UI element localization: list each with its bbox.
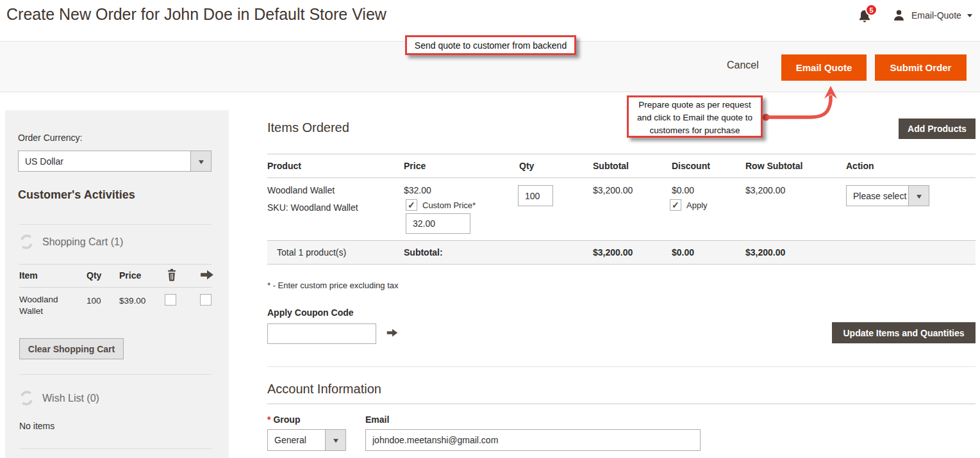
custom-price-footnote: * - Enter custom price excluding tax — [267, 281, 398, 290]
item-row-subtotal: $3,200.00 — [745, 185, 785, 195]
divider — [267, 404, 976, 404]
product-name: Woodland Wallet — [267, 185, 335, 195]
group-label-text: Group — [273, 414, 300, 425]
annotation-backend-note-text: Send quote to customer from backend — [415, 40, 567, 51]
divider — [19, 287, 212, 288]
shopping-cart-section-header[interactable]: Shopping Cart (1) — [18, 233, 123, 250]
cart-move-checkbox[interactable] — [200, 294, 212, 306]
apply-coupon-button[interactable] — [386, 327, 398, 340]
trash-icon — [165, 268, 178, 282]
annotation-quote-line2: and click to Email the quote to — [629, 111, 761, 124]
custom-price-checkbox[interactable] — [406, 199, 417, 211]
divider — [19, 448, 212, 449]
apply-discount-checkbox[interactable] — [670, 199, 681, 211]
custom-price-input[interactable] — [406, 213, 470, 234]
order-currency-label: Order Currency: — [18, 133, 82, 143]
coupon-input[interactable] — [267, 323, 376, 344]
wish-list-section-header[interactable]: Wish List (0) — [18, 389, 99, 407]
cart-item-qty: 100 — [87, 296, 101, 306]
annotation-backend-note: Send quote to customer from backend — [405, 35, 576, 55]
wish-list-title: Wish List (0) — [42, 393, 99, 404]
product-price: $32.00 — [404, 185, 431, 195]
clear-shopping-cart-button[interactable]: Clear Shopping Cart — [19, 338, 124, 359]
notification-count-badge: 5 — [865, 4, 877, 16]
apply-discount-label: Apply — [686, 200, 708, 210]
divider — [267, 366, 976, 367]
totals-subtotal: $3,200.00 — [593, 247, 633, 258]
items-ordered-title: Items Ordered — [267, 120, 349, 135]
chevron-down-icon — [967, 14, 972, 17]
annotation-quote-line1: Prepare quote as per request — [629, 99, 761, 111]
cart-delete-checkbox[interactable] — [165, 294, 176, 306]
submit-order-button[interactable]: Submit Order — [875, 54, 967, 81]
totals-row-subtotal: $3,200.00 — [745, 247, 785, 258]
apply-coupon-arrow-icon — [386, 327, 398, 338]
cart-col-qty: Qty — [87, 270, 101, 281]
group-label: *Group — [267, 414, 300, 425]
group-select[interactable]: General — [267, 429, 346, 451]
cart-item-name-line1: Woodland — [19, 295, 58, 304]
totals-subtotal-label: Subtotal: — [404, 247, 443, 258]
notifications-button[interactable]: 5 — [857, 6, 883, 26]
col-price: Price — [404, 161, 426, 171]
update-items-button[interactable]: Update Items and Quantities — [832, 322, 976, 343]
email-quote-button[interactable]: Email Quote — [781, 54, 867, 81]
divider — [19, 224, 212, 225]
customer-activities-sidebar: Order Currency: US Dollar Customer's Act… — [5, 110, 229, 458]
chevron-down-icon — [325, 430, 345, 450]
annotation-quote-line3: customers for purchase — [629, 124, 761, 137]
order-currency-value: US Dollar — [25, 156, 188, 167]
annotation-arrow — [760, 84, 843, 136]
annotation-quote-note: Prepare quote as per request and click t… — [627, 95, 763, 138]
item-subtotal: $3,200.00 — [593, 185, 633, 195]
divider — [19, 374, 212, 375]
product-sku: SKU: Woodland Wallet — [267, 202, 358, 213]
col-row-subtotal: Row Subtotal — [745, 161, 802, 171]
col-product: Product — [267, 161, 301, 171]
col-discount: Discount — [672, 161, 710, 171]
page-title: Create New Order for John Doe in Default… — [6, 5, 386, 24]
admin-user-menu[interactable]: Email-Quote — [892, 6, 972, 24]
order-currency-select[interactable]: US Dollar — [18, 151, 212, 172]
col-qty: Qty — [519, 161, 534, 171]
cancel-button[interactable]: Cancel — [727, 60, 759, 71]
col-subtotal: Subtotal — [593, 161, 629, 171]
item-discount: $0.00 — [672, 185, 694, 195]
user-name-label: Email-Quote — [911, 10, 961, 20]
chevron-down-icon — [908, 186, 929, 206]
group-select-value: General — [274, 435, 322, 445]
divider — [267, 154, 976, 154]
divider — [267, 177, 976, 178]
custom-price-label: Custom Price* — [422, 200, 476, 210]
cart-item-name-line2: Wallet — [19, 306, 43, 316]
required-asterisk: * — [267, 414, 270, 425]
wish-list-empty-text: No items — [19, 421, 54, 431]
add-products-button[interactable]: Add Products — [899, 119, 976, 139]
totals-label: Total 1 product(s) — [277, 247, 346, 258]
refresh-icon — [18, 233, 35, 250]
create-new-order-page: Create New Order for John Doe in Default… — [0, 0, 980, 458]
col-action: Action — [846, 161, 874, 171]
shopping-cart-title: Shopping Cart (1) — [42, 236, 123, 248]
action-select[interactable]: Please select — [846, 185, 929, 206]
action-select-value: Please select — [853, 191, 908, 201]
divider — [19, 264, 212, 265]
coupon-label: Apply Coupon Code — [267, 307, 354, 318]
chevron-down-icon — [190, 151, 211, 171]
account-information-title: Account Information — [267, 382, 381, 397]
customer-activities-title: Customer's Activities — [18, 188, 135, 202]
totals-discount: $0.00 — [672, 247, 694, 258]
user-icon — [892, 8, 906, 22]
email-input[interactable] — [365, 429, 701, 451]
email-label: Email — [365, 414, 389, 425]
cart-col-item: Item — [19, 270, 38, 281]
qty-input[interactable] — [518, 185, 553, 206]
refresh-icon — [18, 389, 35, 407]
move-to-order-arrow-icon — [200, 269, 214, 281]
cart-item-price: $39.00 — [119, 296, 145, 306]
cart-col-price: Price — [119, 270, 141, 281]
